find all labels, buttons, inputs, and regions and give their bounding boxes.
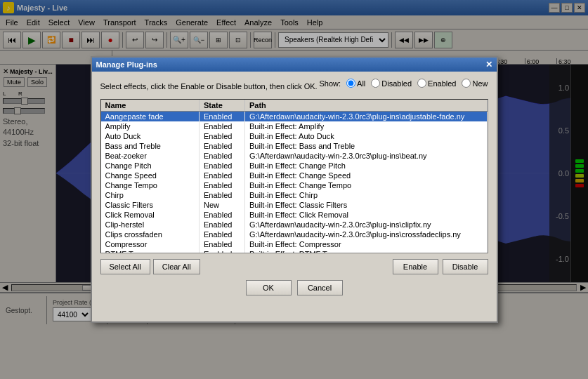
- table-row[interactable]: Compressor Enabled Built-in Effect: Comp…: [101, 239, 488, 249]
- plugin-state-cell: Enabled: [200, 180, 245, 190]
- select-all-button[interactable]: Select All: [100, 259, 150, 274]
- plugin-state-cell: Enabled: [200, 210, 245, 220]
- show-new-label[interactable]: New: [462, 79, 488, 88]
- plugin-state-cell: Enabled: [200, 141, 245, 151]
- plugin-state-cell: Enabled: [200, 249, 245, 253]
- plugin-name-cell: Chirp: [101, 190, 200, 200]
- plugin-state-cell: Enabled: [200, 121, 245, 131]
- plugin-path-cell: Built-in Effect: Change Tempo: [245, 180, 488, 190]
- show-enabled-label[interactable]: Enabled: [417, 79, 456, 88]
- table-row[interactable]: Bass and Treble Enabled Built-in Effect:…: [101, 141, 488, 151]
- modal-enable-buttons: Enable Disable: [393, 259, 488, 274]
- show-all-radio[interactable]: [346, 79, 355, 88]
- plugin-path-cell: G:\Afterdawn\audacity-win-2.3.0rc3\plug-…: [245, 220, 488, 230]
- plugin-name-cell: Aangepaste fade: [101, 112, 200, 122]
- plugin-name-cell: Classic Filters: [101, 200, 200, 210]
- modal-body: Select effects, click the Enable or Disa…: [92, 72, 497, 302]
- plugin-name-cell: Beat-zoeker: [101, 151, 200, 161]
- table-row[interactable]: Classic Filters New Built-in Effect: Cla…: [101, 200, 488, 210]
- plugin-state-cell: New: [200, 200, 245, 210]
- table-row[interactable]: Change Tempo Enabled Built-in Effect: Ch…: [101, 180, 488, 190]
- plugin-path-cell: G:\Afterdawn\audacity-win-2.3.0rc3\plug-…: [245, 230, 488, 239]
- plugin-name-cell: Auto Duck: [101, 131, 200, 141]
- plugin-name-cell: Clips crossfaden: [101, 230, 200, 239]
- show-new-radio[interactable]: [462, 79, 471, 88]
- table-row[interactable]: Auto Duck Enabled Built-in Effect: Auto …: [101, 131, 488, 141]
- plugin-path-cell: Built-in Effect: Amplify: [245, 121, 488, 131]
- manage-plugins-dialog: Manage Plug-ins ✕ Select effects, click …: [91, 56, 498, 323]
- ok-cancel-row: OK Cancel: [100, 280, 488, 295]
- col-path-header[interactable]: Path: [245, 100, 488, 112]
- plugin-name-cell: Clip-herstel: [101, 220, 200, 230]
- plugin-path-cell: Built-in Effect: Classic Filters: [245, 200, 488, 210]
- show-all-label[interactable]: All: [346, 79, 365, 88]
- show-label: Show:: [319, 79, 341, 88]
- plugin-state-cell: Enabled: [200, 190, 245, 200]
- plugin-table: Name State Path Aangepaste fade Enabled …: [101, 100, 488, 253]
- plugin-state-cell: Enabled: [200, 161, 245, 171]
- modal-close-button[interactable]: ✕: [485, 60, 492, 69]
- modal-description: Select effects, click the Enable or Disa…: [100, 82, 318, 91]
- plugin-path-cell: Built-in Effect: DTMF Tones: [245, 249, 488, 253]
- show-filter-row: Show: All Disabled Enabled: [319, 79, 488, 88]
- plugin-path-cell: Built-in Effect: Bass and Treble: [245, 141, 488, 151]
- plugin-state-cell: Enabled: [200, 131, 245, 141]
- plugin-state-cell: Enabled: [200, 220, 245, 230]
- clear-all-button[interactable]: Clear All: [153, 259, 200, 274]
- modal-title-bar: Manage Plug-ins ✕: [92, 58, 497, 72]
- col-state-header[interactable]: State: [200, 100, 245, 112]
- table-row[interactable]: Change Speed Enabled Built-in Effect: Ch…: [101, 171, 488, 180]
- plugin-name-cell: Amplify: [101, 121, 200, 131]
- plugin-path-cell: G:\Afterdawn\audacity-win-2.3.0rc3\plug-…: [245, 112, 488, 122]
- col-name-header[interactable]: Name: [101, 100, 200, 112]
- modal-buttons-row-1: Select All Clear All Enable Disable: [100, 259, 488, 274]
- plugin-state-cell: Enabled: [200, 112, 245, 122]
- plugin-name-cell: Change Speed: [101, 171, 200, 180]
- table-row[interactable]: DTMF Tones Enabled Built-in Effect: DTMF…: [101, 249, 488, 253]
- plugin-name-cell: Click Removal: [101, 210, 200, 220]
- plugin-path-cell: Built-in Effect: Change Speed: [245, 171, 488, 180]
- plugin-name-cell: Compressor: [101, 239, 200, 249]
- table-row[interactable]: Amplify Enabled Built-in Effect: Amplify: [101, 121, 488, 131]
- enable-button[interactable]: Enable: [393, 259, 438, 274]
- modal-title: Manage Plug-ins: [96, 60, 157, 69]
- modal-select-buttons: Select All Clear All: [100, 259, 200, 274]
- plugin-name-cell: Change Pitch: [101, 161, 200, 171]
- disable-button[interactable]: Disable: [443, 259, 488, 274]
- plugin-name-cell: Change Tempo: [101, 180, 200, 190]
- table-row[interactable]: Clip-herstel Enabled G:\Afterdawn\audaci…: [101, 220, 488, 230]
- table-row[interactable]: Beat-zoeker Enabled G:\Afterdawn\audacit…: [101, 151, 488, 161]
- plugin-path-cell: Built-in Effect: Change Pitch: [245, 161, 488, 171]
- plugin-path-cell: Built-in Effect: Compressor: [245, 239, 488, 249]
- show-disabled-label[interactable]: Disabled: [371, 79, 412, 88]
- table-row[interactable]: Change Pitch Enabled Built-in Effect: Ch…: [101, 161, 488, 171]
- ok-button[interactable]: OK: [246, 280, 292, 295]
- plugin-path-cell: Built-in Effect: Auto Duck: [245, 131, 488, 141]
- plugin-path-cell: G:\Afterdawn\audacity-win-2.3.0rc3\plug-…: [245, 151, 488, 161]
- plugin-state-cell: Enabled: [200, 230, 245, 239]
- modal-overlay: Manage Plug-ins ✕ Select effects, click …: [0, 0, 588, 379]
- plugin-state-cell: Enabled: [200, 239, 245, 249]
- plugin-name-cell: DTMF Tones: [101, 249, 200, 253]
- plugin-state-cell: Enabled: [200, 151, 245, 161]
- table-header-row: Name State Path: [101, 100, 488, 112]
- show-enabled-radio[interactable]: [417, 79, 426, 88]
- plugin-path-cell: Built-in Effect: Click Removal: [245, 210, 488, 220]
- plugin-table-container[interactable]: Name State Path Aangepaste fade Enabled …: [100, 99, 488, 253]
- show-disabled-radio[interactable]: [371, 79, 380, 88]
- cancel-button[interactable]: Cancel: [297, 280, 343, 295]
- table-row[interactable]: Aangepaste fade Enabled G:\Afterdawn\aud…: [101, 112, 488, 122]
- plugin-path-cell: Built-in Effect: Chirp: [245, 190, 488, 200]
- table-row[interactable]: Clips crossfaden Enabled G:\Afterdawn\au…: [101, 230, 488, 239]
- table-row[interactable]: Chirp Enabled Built-in Effect: Chirp: [101, 190, 488, 200]
- table-row[interactable]: Click Removal Enabled Built-in Effect: C…: [101, 210, 488, 220]
- plugin-name-cell: Bass and Treble: [101, 141, 200, 151]
- plugin-state-cell: Enabled: [200, 171, 245, 180]
